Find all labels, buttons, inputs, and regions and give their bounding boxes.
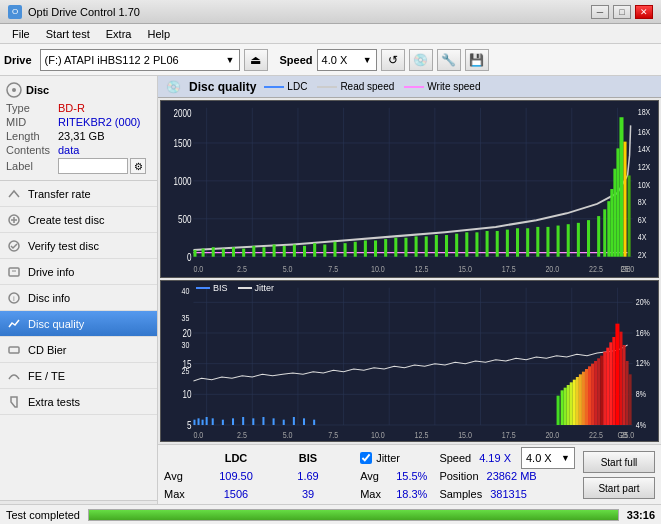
svg-text:16%: 16%	[636, 327, 651, 338]
svg-rect-97	[613, 169, 616, 257]
svg-rect-143	[193, 420, 195, 425]
svg-rect-74	[404, 238, 407, 257]
svg-rect-76	[425, 236, 428, 256]
menu-start-test[interactable]: Start test	[38, 26, 98, 42]
svg-rect-96	[610, 189, 613, 257]
maximize-button[interactable]: □	[613, 5, 631, 19]
nav-verify-test-disc[interactable]: Verify test disc	[0, 233, 157, 259]
svg-text:6X: 6X	[638, 214, 647, 225]
jitter-avg-row: Avg 15.5%	[360, 467, 427, 485]
svg-rect-144	[198, 418, 200, 425]
svg-rect-10	[9, 347, 19, 353]
svg-text:0.0: 0.0	[193, 429, 203, 440]
svg-rect-58	[242, 249, 245, 257]
svg-text:12.5: 12.5	[415, 263, 429, 274]
jitter-checkbox[interactable]	[360, 452, 372, 464]
svg-text:15.0: 15.0	[458, 429, 472, 440]
disc-label-button[interactable]: ⚙	[130, 158, 146, 174]
svg-rect-166	[582, 372, 585, 425]
progress-fill	[89, 510, 618, 520]
close-button[interactable]: ✕	[635, 5, 653, 19]
svg-rect-178	[619, 332, 622, 425]
svg-rect-177	[615, 324, 619, 425]
svg-rect-165	[579, 374, 582, 425]
svg-text:2000: 2000	[173, 107, 191, 119]
right-panel: 💿 Disc quality LDC Read speed Write spee…	[158, 76, 661, 524]
speed-display[interactable]: 4.0 X ▼	[521, 447, 575, 469]
svg-text:12X: 12X	[638, 161, 651, 172]
svg-rect-170	[594, 361, 597, 425]
svg-rect-90	[567, 224, 570, 256]
svg-rect-161	[567, 385, 570, 425]
disc-button[interactable]: 💿	[409, 49, 433, 71]
svg-rect-163	[573, 380, 576, 425]
speed-selector[interactable]: 4.0 X ▼	[317, 49, 377, 71]
svg-rect-85	[516, 228, 519, 256]
drive-selector[interactable]: (F:) ATAPI iHBS112 2 PL06 ▼	[40, 49, 240, 71]
svg-rect-92	[587, 220, 590, 257]
status-text: Test completed	[6, 509, 80, 521]
svg-text:4X: 4X	[638, 231, 647, 242]
svg-text:12.5: 12.5	[415, 429, 429, 440]
svg-rect-79	[455, 234, 458, 257]
save-button[interactable]: 💾	[465, 49, 489, 71]
disc-mid: RITEKBR2 (000)	[58, 116, 141, 128]
svg-rect-86	[526, 228, 529, 256]
nav-disc-quality[interactable]: Disc quality	[0, 311, 157, 337]
disc-contents: data	[58, 144, 79, 156]
nav-extra-tests[interactable]: Extra tests	[0, 389, 157, 415]
svg-rect-78	[445, 235, 448, 257]
svg-rect-53	[193, 250, 196, 257]
svg-rect-66	[323, 245, 326, 257]
svg-text:15.0: 15.0	[458, 263, 472, 274]
nav-drive-info[interactable]: Drive info	[0, 259, 157, 285]
menu-file[interactable]: File	[4, 26, 38, 42]
svg-text:17.5: 17.5	[502, 263, 516, 274]
svg-rect-60	[262, 247, 265, 256]
svg-rect-84	[506, 230, 509, 257]
svg-rect-157	[313, 420, 315, 425]
svg-rect-174	[606, 348, 609, 425]
svg-text:10X: 10X	[638, 179, 651, 190]
settings-button[interactable]: 🔧	[437, 49, 461, 71]
disc-label-input[interactable]	[58, 158, 128, 174]
svg-text:16X: 16X	[638, 126, 651, 137]
svg-rect-155	[293, 417, 295, 425]
eject-button[interactable]: ⏏	[244, 49, 268, 71]
svg-rect-151	[252, 418, 254, 425]
svg-rect-164	[576, 377, 579, 425]
svg-rect-80	[465, 232, 468, 256]
svg-rect-169	[591, 364, 594, 425]
stats-max-row: Max 1506 39	[164, 485, 352, 503]
svg-rect-62	[283, 246, 286, 257]
nav-cd-bier[interactable]: CD Bier	[0, 337, 157, 363]
svg-rect-69	[354, 242, 357, 257]
svg-text:GB: GB	[617, 429, 628, 440]
svg-rect-153	[273, 418, 275, 425]
svg-rect-168	[588, 366, 591, 425]
menu-extra[interactable]: Extra	[98, 26, 140, 42]
svg-rect-6	[9, 268, 19, 276]
nav-transfer-rate[interactable]: Transfer rate	[0, 181, 157, 207]
start-full-button[interactable]: Start full	[583, 451, 655, 473]
svg-text:22.5: 22.5	[589, 263, 603, 274]
minimize-button[interactable]: ─	[591, 5, 609, 19]
menu-bar: File Start test Extra Help	[0, 24, 661, 44]
nav-disc-info[interactable]: i Disc info	[0, 285, 157, 311]
jitter-max-row: Max 18.3%	[360, 485, 427, 503]
svg-text:0.0: 0.0	[193, 263, 203, 274]
app-title: Opti Drive Control 1.70	[28, 6, 140, 18]
nav-fe-te[interactable]: FE / TE	[0, 363, 157, 389]
svg-rect-71	[374, 240, 377, 256]
menu-help[interactable]: Help	[139, 26, 178, 42]
main-layout: Disc Type BD-R MID RITEKBR2 (000) Length…	[0, 76, 661, 524]
refresh-button[interactable]: ↺	[381, 49, 405, 71]
disc-section-title: Disc	[26, 84, 49, 96]
svg-text:GB: GB	[620, 263, 631, 274]
start-part-button[interactable]: Start part	[583, 477, 655, 499]
bottom-status-bar: Test completed 33:16	[0, 504, 661, 524]
nav-create-test-disc[interactable]: Create test disc	[0, 207, 157, 233]
svg-text:500: 500	[178, 213, 192, 225]
svg-rect-147	[212, 418, 214, 425]
svg-rect-93	[597, 216, 600, 257]
